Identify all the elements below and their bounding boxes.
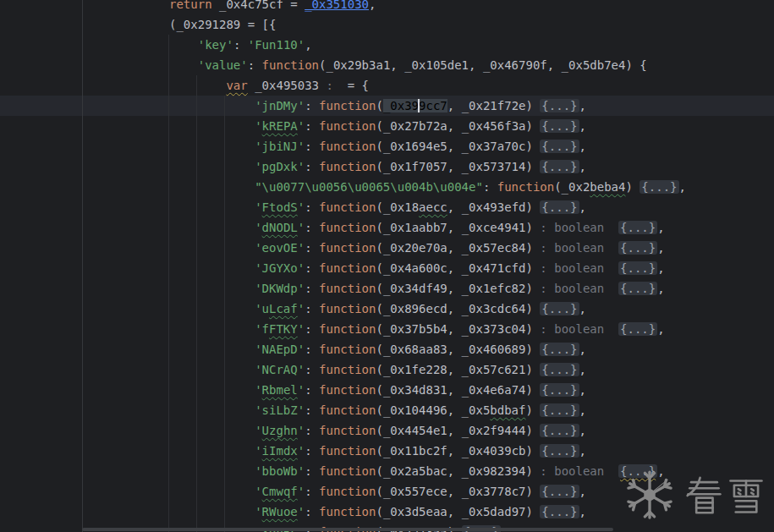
code-token: FTKY bbox=[269, 322, 298, 336]
folded-region[interactable]: {...} bbox=[540, 403, 579, 417]
code-token: (_0x3d5eaa, _0x5dad97) bbox=[376, 505, 540, 518]
code-token: Cmwqf bbox=[262, 485, 298, 498]
code-token: ' bbox=[255, 221, 261, 234]
code-token: function bbox=[319, 261, 376, 275]
code-token: (_0x557ece, _0x3778c7) bbox=[376, 485, 540, 498]
code-token: : bbox=[305, 241, 319, 255]
code-token: : bbox=[305, 221, 319, 234]
code-token: function bbox=[319, 485, 376, 498]
code-token: : boolean bbox=[540, 261, 604, 275]
folded-region[interactable]: {...} bbox=[540, 200, 579, 214]
code-token: 9cc7 bbox=[419, 99, 447, 112]
code-token: : bbox=[483, 180, 497, 194]
code-token: var bbox=[226, 79, 247, 92]
code-token: function bbox=[319, 464, 376, 478]
code-line: (_0x291289 = [{ bbox=[169, 14, 686, 35]
code-token: 'Fun110' bbox=[248, 38, 305, 52]
code-token bbox=[604, 221, 618, 234]
code-token: function bbox=[319, 383, 376, 397]
code-token: 'jbiNJ' bbox=[255, 140, 305, 153]
folded-region[interactable]: {...} bbox=[618, 322, 657, 336]
folded-region[interactable]: {...} bbox=[540, 444, 579, 458]
code-token: (_0x4a600c, _0x471cfd) bbox=[376, 261, 540, 275]
folded-region[interactable]: {...} bbox=[540, 505, 579, 518]
code-token: : bbox=[305, 505, 319, 518]
code-token: (_0x896ecd, _0x3cdc64) bbox=[376, 302, 540, 315]
code-token: 'siLbZ' bbox=[255, 403, 305, 417]
code-token: : bbox=[305, 403, 319, 417]
code-token: : bbox=[305, 424, 319, 437]
code-token: function bbox=[319, 200, 376, 214]
code-token: : bbox=[248, 58, 262, 72]
code-token: , bbox=[579, 383, 586, 397]
code-token: : boolean bbox=[540, 322, 604, 336]
folded-region[interactable]: {...} bbox=[540, 424, 579, 437]
code-token: (_0x1aabb7, _0xce4941) bbox=[376, 221, 540, 234]
code-token: 'f bbox=[255, 322, 269, 336]
code-line: 'JGYXo': function(_0x4a600c, _0x471cfd) … bbox=[169, 258, 686, 278]
code-token: (_0x4454e1, _0x2f9444) bbox=[376, 424, 540, 437]
folded-region[interactable]: {...} bbox=[540, 119, 579, 133]
code-token: : boolean bbox=[540, 464, 604, 478]
folded-region[interactable]: {...} bbox=[540, 485, 579, 498]
code-token: , bbox=[579, 160, 586, 173]
code-token: function bbox=[262, 58, 319, 72]
editor-area[interactable]: return _0x4c75cf = _0x351030,(_0x291289 … bbox=[0, 0, 774, 532]
code-token: "\u0077\u0056\u0065\u004b\u004e" bbox=[255, 180, 483, 194]
code-line: 'RWuoe': function(_0x3d5eaa, _0x5dad97) … bbox=[169, 502, 686, 522]
folded-region[interactable]: {...} bbox=[540, 383, 579, 397]
code-token: ' bbox=[298, 444, 305, 458]
folded-region[interactable]: {...} bbox=[540, 363, 579, 376]
indent-guide bbox=[82, 0, 83, 532]
folded-region[interactable]: {...} bbox=[618, 221, 657, 234]
code-token: , bbox=[579, 343, 586, 356]
code-token: : bbox=[326, 79, 332, 92]
code-token: function bbox=[319, 363, 376, 376]
code-line: 'FtodS': function(_0x18aecc, _0x493efd) … bbox=[169, 197, 686, 217]
code-token: , bbox=[579, 140, 586, 153]
code-token bbox=[604, 261, 618, 275]
code-token: Rbmel bbox=[262, 383, 298, 397]
code-token: Uzghn bbox=[262, 424, 298, 437]
code-token bbox=[604, 322, 618, 336]
code-token: : bbox=[305, 119, 319, 133]
code-token: , bbox=[579, 403, 586, 417]
horizontal-scrollbar[interactable] bbox=[82, 528, 613, 531]
code-token: : bbox=[305, 282, 319, 295]
folded-region[interactable]: {...} bbox=[618, 261, 657, 275]
watermark-char-kan bbox=[685, 472, 722, 519]
code-token: : boolean bbox=[540, 221, 604, 234]
code-line: "\u0077\u0056\u0065\u004b\u004e": functi… bbox=[169, 177, 686, 197]
code-token: : bbox=[305, 140, 319, 153]
code-token: : bbox=[305, 444, 319, 458]
code-token: _0x39 bbox=[383, 99, 419, 112]
code-token: (_0x34df49, _0x1efc82) bbox=[376, 282, 540, 295]
code-token: (_0x1694e5, _0x37a70c) bbox=[376, 140, 540, 153]
code-token: aecc bbox=[419, 200, 447, 214]
folded-region[interactable]: {...} bbox=[618, 241, 657, 255]
code-token: function bbox=[319, 322, 376, 336]
code-line: 'DKWdp': function(_0x34df49, _0x1efc82) … bbox=[169, 278, 686, 299]
folded-region[interactable]: {...} bbox=[618, 282, 657, 295]
code-token: ' bbox=[298, 119, 305, 133]
folded-region[interactable]: {...} bbox=[540, 160, 579, 173]
code-token: function bbox=[319, 119, 376, 133]
folded-region[interactable]: {...} bbox=[540, 343, 579, 356]
code-token: ( bbox=[376, 99, 382, 112]
code-token: ' bbox=[255, 485, 261, 498]
code-token: ' bbox=[255, 383, 261, 397]
code-line: 'eovOE': function(_0x20e70a, _0x57ec84) … bbox=[169, 238, 686, 258]
code-token: , bbox=[305, 38, 311, 52]
code-line: 'jbiNJ': function(_0x1694e5, _0x37a70c) … bbox=[169, 136, 686, 156]
kanxue-watermark: 看雪 bbox=[626, 463, 765, 524]
folded-region[interactable]: {...} bbox=[540, 140, 579, 153]
code-token: : bbox=[305, 322, 319, 336]
folded-region[interactable]: {...} bbox=[540, 302, 579, 315]
folded-region[interactable]: {...} bbox=[640, 180, 678, 194]
code-token: (_0x1f7057, _0x573714) bbox=[376, 160, 540, 173]
code-token: , bbox=[579, 302, 586, 315]
code-token: = { bbox=[333, 79, 369, 92]
folded-region[interactable]: {...} bbox=[540, 99, 579, 112]
code-token: : bbox=[305, 99, 319, 112]
code-token: , bbox=[579, 485, 586, 498]
